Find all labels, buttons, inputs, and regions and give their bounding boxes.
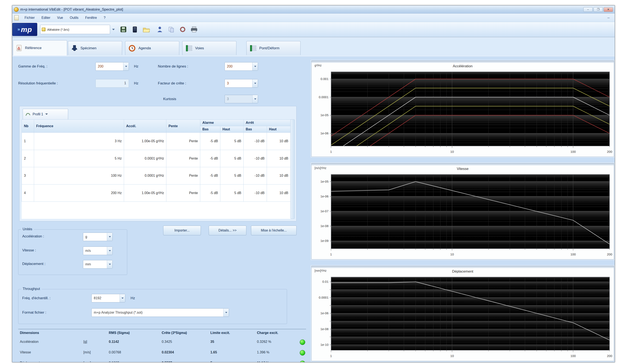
- cell-frequence[interactable]: 5 Hz: [34, 150, 124, 167]
- menu-fichier[interactable]: Fichier: [21, 15, 38, 21]
- col-header-frequence[interactable]: Fréquence: [34, 120, 124, 133]
- cell-accel[interactable]: 0.0001 g²/Hz: [124, 167, 166, 185]
- cell-nb[interactable]: 4: [22, 184, 34, 202]
- importer-button[interactable]: Importer...: [163, 225, 201, 235]
- lines-combo[interactable]: 200: [224, 62, 258, 71]
- profile-tab-caret-icon[interactable]: [45, 113, 48, 115]
- cell-arret-bas[interactable]: -10 dB: [244, 150, 267, 167]
- file-format-caret-icon[interactable]: [223, 309, 229, 317]
- cell-arret-haut[interactable]: 10 dB: [267, 167, 291, 185]
- sample-rate-combo[interactable]: 8192: [91, 294, 125, 302]
- cell-pente[interactable]: Pente: [166, 150, 200, 167]
- cell-alarme-bas[interactable]: -5 dB: [200, 184, 220, 202]
- menu-aide[interactable]: ?: [100, 15, 109, 21]
- col-header-pente[interactable]: Pente: [166, 120, 200, 133]
- col-header-alarme[interactable]: Alarme: [200, 120, 244, 126]
- cell-nb[interactable]: 2: [22, 150, 34, 167]
- cell-alarme-bas[interactable]: -5 dB: [200, 150, 220, 167]
- cell-arret-haut[interactable]: 10 dB: [267, 133, 291, 150]
- cell-frequence[interactable]: 100 Hz: [34, 167, 124, 185]
- resolution-label: Résolution fréquentielle :: [18, 81, 58, 86]
- tab-reference[interactable]: Référence: [13, 40, 67, 55]
- minimize-button[interactable]: –: [583, 7, 593, 12]
- col-header-alarme-haut[interactable]: Haut: [220, 126, 244, 133]
- cell-pente[interactable]: Pente: [166, 167, 200, 185]
- col-header-accel[interactable]: Accél.: [124, 120, 166, 133]
- sample-rate-caret-icon[interactable]: [120, 294, 125, 302]
- col-header-nb[interactable]: Nb: [22, 120, 34, 133]
- menu-vue[interactable]: Vue: [54, 15, 67, 21]
- col-header-arret-haut[interactable]: Haut: [267, 126, 291, 133]
- unit-disp-caret-icon[interactable]: [107, 260, 112, 268]
- col-header-arret-bas[interactable]: Bas: [244, 126, 267, 133]
- crest-combo[interactable]: 3: [224, 79, 258, 88]
- chart-panel-deplacement: [mm]²/Hz Déplacement 0.010.00011e-061e-0…: [311, 266, 614, 361]
- document-icon: [14, 15, 19, 20]
- cell-arret-haut[interactable]: 10 dB: [267, 150, 291, 167]
- cell-arret-bas[interactable]: -10 dB: [244, 184, 267, 202]
- mdi-restore-icon[interactable]: –: [604, 16, 613, 20]
- cell-alarme-bas[interactable]: -5 dB: [200, 133, 220, 150]
- cell-arret-bas[interactable]: -10 dB: [244, 167, 267, 185]
- cell-frequence[interactable]: 200 Hz: [34, 184, 124, 202]
- table-scrollbar[interactable]: [290, 119, 295, 219]
- record-button[interactable]: [178, 25, 187, 34]
- menu-editer[interactable]: Editer: [38, 15, 54, 21]
- cell-nb[interactable]: 1: [22, 133, 34, 150]
- table-row[interactable]: 4 200 Hz 1.00e-05 g²/Hz Pente -5 dB 5 dB…: [22, 184, 291, 202]
- open-button[interactable]: [142, 25, 151, 34]
- cell-frequence[interactable]: 3 Hz: [34, 133, 124, 150]
- tab-pont-deform[interactable]: Pont/Déform: [246, 41, 301, 55]
- cell-arret-bas[interactable]: -10 dB: [244, 133, 267, 150]
- dims-load: 0.3262 %: [257, 340, 271, 344]
- cell-accel[interactable]: 0.0001 g²/Hz: [124, 150, 166, 167]
- file-format-combo[interactable]: m+p Analyzer Throughput (*.sot): [91, 308, 229, 317]
- wizard-button[interactable]: [155, 25, 164, 34]
- col-header-arret[interactable]: Arrêt: [244, 120, 291, 126]
- cell-alarme-haut[interactable]: 5 dB: [220, 167, 244, 185]
- cell-nb[interactable]: 3: [22, 167, 34, 185]
- tab-voies[interactable]: Voies: [182, 41, 236, 55]
- mode-caret-icon[interactable]: [112, 29, 115, 30]
- cell-alarme-haut[interactable]: 5 dB: [220, 133, 244, 150]
- svg-text:1: 1: [330, 252, 332, 256]
- lines-caret-icon[interactable]: [252, 62, 258, 70]
- cell-pente[interactable]: Pente: [166, 184, 200, 202]
- dims-peak: 0.02304: [162, 350, 174, 354]
- details-button[interactable]: Détails... >>: [209, 225, 246, 235]
- tab-specimen[interactable]: Spécimen: [68, 41, 122, 55]
- cell-alarme-bas[interactable]: -5 dB: [200, 167, 220, 185]
- close-button[interactable]: ✕: [604, 7, 613, 12]
- unit-vel-caret-icon[interactable]: [107, 247, 112, 255]
- profile-tab[interactable]: Profil 1: [23, 109, 68, 119]
- cell-accel[interactable]: 1.00e-05 g²/Hz: [124, 184, 166, 202]
- freq-range-caret-icon[interactable]: [123, 62, 129, 70]
- unit-accel-caret-icon[interactable]: [107, 233, 112, 241]
- table-row[interactable]: 1 3 Hz 1.00e-05 g²/Hz Pente -5 dB 5 dB -…: [22, 133, 291, 150]
- freq-range-combo[interactable]: 200: [95, 62, 129, 71]
- crest-caret-icon[interactable]: [252, 79, 258, 87]
- edit-notes-button[interactable]: [130, 25, 139, 34]
- cell-accel[interactable]: 1.00e-05 g²/Hz: [124, 133, 166, 150]
- table-row[interactable]: 3 100 Hz 0.0001 g²/Hz Pente -5 dB 5 dB -…: [22, 167, 291, 185]
- mise-a-echelle-button[interactable]: Mise à l'échelle...: [251, 225, 296, 235]
- col-header-alarme-bas[interactable]: Bas: [200, 126, 220, 133]
- table-row[interactable]: 2 5 Hz 0.0001 g²/Hz Pente -5 dB 5 dB -10…: [22, 150, 291, 167]
- tab-agenda[interactable]: Agenda: [125, 41, 179, 55]
- copy-button[interactable]: [167, 25, 176, 34]
- cell-pente[interactable]: Pente: [166, 133, 200, 150]
- unit-vel-combo[interactable]: m/s: [83, 246, 113, 255]
- cell-alarme-haut[interactable]: 5 dB: [220, 184, 244, 202]
- unit-accel-combo[interactable]: g: [83, 233, 113, 241]
- unit-disp-value: mm: [83, 262, 107, 266]
- menu-fenetre[interactable]: Fenêtre: [82, 15, 100, 21]
- maximize-button[interactable]: ❐: [593, 7, 603, 12]
- test-mode-select[interactable]: Aléatoire (*.brs): [40, 25, 110, 34]
- cell-alarme-haut[interactable]: 5 dB: [220, 150, 244, 167]
- print-button[interactable]: [190, 25, 199, 34]
- unit-vel-value: m/s: [83, 249, 107, 253]
- menu-outils[interactable]: Outils: [67, 15, 82, 21]
- cell-arret-haut[interactable]: 10 dB: [267, 184, 291, 202]
- unit-disp-combo[interactable]: mm: [83, 260, 113, 269]
- save-button[interactable]: [119, 25, 128, 34]
